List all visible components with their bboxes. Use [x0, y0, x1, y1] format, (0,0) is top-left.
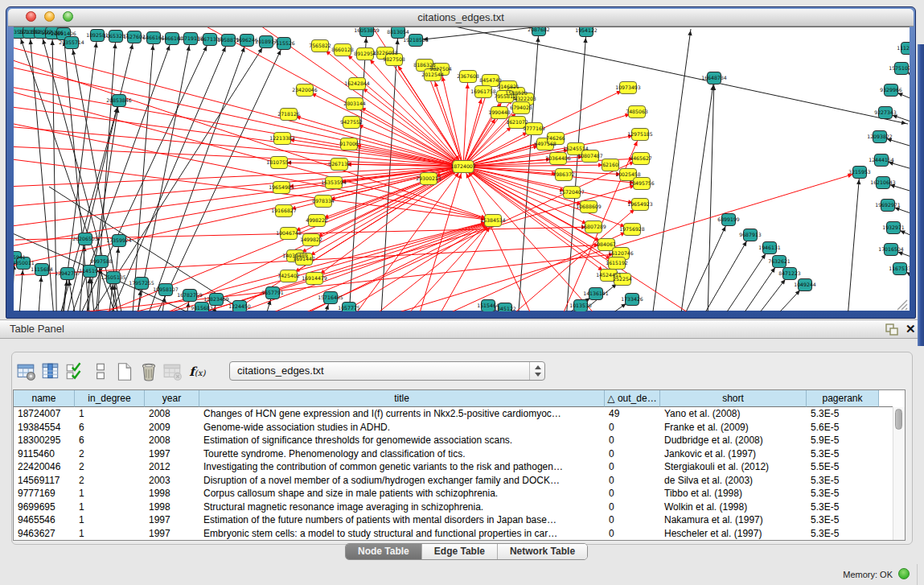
table-row[interactable]: 1830029562008Estimation of significance …: [14, 434, 893, 447]
vertical-scrollbar[interactable]: [893, 407, 905, 540]
table-panel-titlebar: Table Panel ✕: [0, 319, 924, 339]
table-cell: 5.3E-5: [807, 447, 879, 461]
svg-text:7565822: 7565822: [309, 43, 331, 48]
table-column-icon[interactable]: [40, 361, 61, 382]
table-row[interactable]: 969969511998Structural magnetic resonanc…: [14, 501, 893, 514]
svg-text:9777169: 9777169: [523, 126, 545, 131]
table-selector-combobox[interactable]: citations_edges.txt: [229, 361, 545, 381]
table-cell: 9777169: [14, 487, 75, 501]
svg-text:8660128: 8660128: [331, 47, 354, 52]
column-header-year[interactable]: year: [145, 390, 199, 407]
tab-node-table[interactable]: Node Table: [346, 544, 422, 560]
table-cell: 5.9E-5: [807, 434, 879, 447]
column-header-in_degree[interactable]: in_degree: [75, 390, 145, 407]
svg-text:252254: 252254: [613, 276, 632, 282]
combo-stepper-icon[interactable]: [529, 362, 544, 380]
table-cell: Nakamura et al. (1997): [660, 513, 807, 527]
svg-text:1990448: 1990448: [488, 109, 511, 115]
column-header-name[interactable]: name: [14, 390, 75, 407]
function-icon[interactable]: f(x): [187, 361, 208, 382]
table-row[interactable]: 2242004622012Investigating the contribut…: [14, 460, 893, 474]
delete-trash-icon[interactable]: [138, 361, 159, 382]
table-cell: 2: [75, 447, 145, 461]
table-cell: 49: [605, 407, 660, 421]
table-row[interactable]: 946362711997Embryonic stem cells: a mode…: [14, 527, 893, 541]
column-header-out_de[interactable]: △ out_de…: [605, 390, 660, 407]
svg-text:1013530: 1013530: [569, 303, 592, 308]
svg-text:1932971: 1932971: [882, 225, 905, 230]
svg-text:1691447: 1691447: [293, 256, 315, 262]
table-cell: 1997: [145, 527, 199, 541]
float-panel-icon[interactable]: [885, 323, 899, 336]
table-row[interactable]: 946554611997Estimation of the future num…: [14, 513, 893, 527]
svg-text:12444154: 12444154: [869, 157, 894, 163]
svg-text:1167533: 1167533: [889, 266, 910, 271]
table-cell: 0: [605, 501, 660, 514]
network-graph-canvas[interactable]: 2035571161055219882221095286206914062035…: [14, 27, 910, 311]
table-cell: 5.3E-5: [807, 474, 879, 488]
svg-text:15384534: 15384534: [480, 217, 506, 223]
table-cell: 5.3E-5: [807, 487, 879, 501]
svg-text:8267130: 8267130: [328, 161, 351, 167]
svg-text:9227343: 9227343: [874, 109, 897, 115]
select-rows-icon[interactable]: [64, 361, 85, 382]
svg-text:15720407: 15720407: [559, 189, 585, 195]
svg-text:16648784: 16648784: [701, 75, 727, 80]
svg-text:62160: 62160: [602, 162, 618, 167]
svg-text:1615192: 1615192: [606, 260, 628, 266]
window-titlebar[interactable]: citations_edges.txt: [8, 9, 914, 27]
svg-text:16053809: 16053809: [354, 27, 380, 33]
svg-text:1115684: 1115684: [31, 266, 53, 272]
import-table-disabled-icon[interactable]: [162, 361, 183, 382]
tab-edge-table[interactable]: Edge Table: [422, 544, 498, 560]
svg-text:19166827: 19166827: [271, 208, 297, 213]
column-header-filler[interactable]: [879, 390, 893, 407]
table-row[interactable]: 1938455462009Genome-wide association stu…: [14, 421, 893, 435]
svg-text:10973493: 10973493: [615, 84, 641, 90]
table-cell: 0: [605, 487, 660, 501]
new-document-icon[interactable]: [114, 361, 135, 382]
svg-text:9687913: 9687913: [739, 232, 762, 237]
svg-text:17957255: 17957255: [129, 280, 154, 286]
table-cell: Stergiakouli et al. (2012): [660, 460, 807, 474]
svg-text:8350011: 8350011: [14, 260, 35, 266]
table-cell: 0: [605, 434, 660, 447]
close-panel-icon[interactable]: ✕: [906, 320, 916, 338]
svg-text:12213383: 12213383: [269, 135, 295, 141]
svg-text:7485063: 7485063: [626, 109, 648, 114]
table-cell: 2012: [145, 460, 199, 474]
table-settings-icon[interactable]: [16, 361, 37, 382]
svg-text:20853846: 20853846: [106, 97, 132, 103]
scrollbar-thumb[interactable]: [895, 409, 902, 430]
svg-text:917006: 917006: [339, 141, 359, 146]
svg-text:14136141: 14136141: [583, 290, 609, 296]
table-cell: Structural magnetic resonance image aver…: [199, 501, 605, 514]
network-view-window: citations_edges.txt 20355711610552198822…: [6, 6, 916, 319]
table-row[interactable]: 911546021997Tourette syndrome. Phenomeno…: [14, 447, 893, 461]
table-cell: 14569117: [14, 474, 75, 488]
svg-text:10807487: 10807487: [577, 153, 603, 159]
svg-text:6794028: 6794028: [510, 105, 532, 110]
column-header-short[interactable]: short: [660, 390, 807, 407]
table-cell: 0: [605, 421, 660, 435]
svg-text:16245514: 16245514: [563, 146, 589, 151]
table-row[interactable]: 1456911722003Disruption of a novel membe…: [14, 474, 893, 488]
rows-icon[interactable]: [90, 361, 111, 382]
table-cell: 1998: [145, 487, 199, 501]
column-header-title[interactable]: title: [199, 390, 605, 407]
combo-value: citations_edges.txt: [237, 365, 324, 377]
svg-text:9657791: 9657791: [261, 290, 284, 295]
tab-network-table[interactable]: Network Table: [498, 544, 587, 560]
table-cell: Estimation of the future numbers of pati…: [199, 513, 605, 527]
svg-text:16782759: 16782759: [177, 292, 203, 298]
table-row[interactable]: 1872400712008Changes of HCN gene express…: [14, 407, 893, 421]
column-header-pagerank[interactable]: pagerank: [807, 390, 879, 407]
table-cell: Yano et al. (2008): [660, 407, 807, 421]
citation-network-graph: 2035571161055219882221095286206914062035…: [14, 27, 910, 311]
table-cell: 2008: [145, 434, 199, 447]
table-cell: 5.3E-5: [807, 407, 879, 421]
table-cell: 5.3E-5: [807, 501, 879, 514]
svg-text:18495756: 18495756: [629, 180, 655, 186]
svg-text:2718126: 2718126: [277, 111, 300, 117]
table-row[interactable]: 977716911998Corpus callosum shape and si…: [14, 487, 893, 501]
